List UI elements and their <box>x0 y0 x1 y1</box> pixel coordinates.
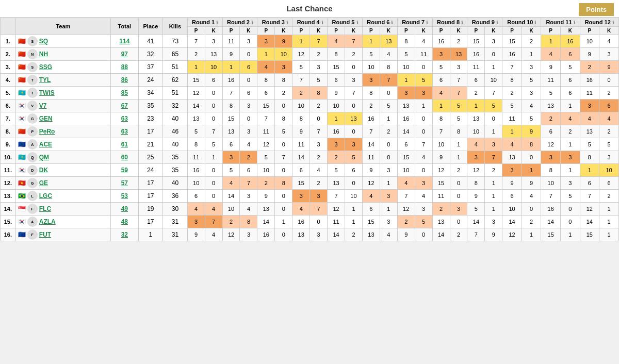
round-11-k-cell: 5 <box>560 61 580 74</box>
total-cell[interactable]: 60 <box>111 151 139 164</box>
total-cell[interactable]: 114 <box>111 35 139 48</box>
round-9-p-cell: 11 <box>467 61 485 74</box>
round-4-k-cell: 7 <box>310 203 328 216</box>
round-8-k-cell: 2 <box>450 35 467 48</box>
total-cell[interactable]: 67 <box>111 100 139 112</box>
round-8-header: Round 8 ℹ <box>432 18 467 27</box>
round-4-k-cell: 3 <box>310 138 328 151</box>
round-11-p-cell: 11 <box>541 74 561 87</box>
kills-cell: 31 <box>163 216 188 228</box>
round-11-p-cell: 9 <box>541 61 561 74</box>
round-5-p-cell: 4 <box>328 35 345 48</box>
round-9-k-cell: 2 <box>485 164 502 177</box>
round-11-p-cell: 15 <box>541 228 561 241</box>
round-8-p-cell: 4 <box>432 87 450 100</box>
round-2-k-header: K <box>240 27 257 35</box>
round-1-p-header: P <box>187 27 205 35</box>
kills-cell: 36 <box>163 190 188 203</box>
round-3-k-cell: 0 <box>275 190 292 203</box>
round-6-p-cell: 15 <box>362 216 380 228</box>
team-name[interactable]: PeRo <box>39 128 55 135</box>
team-cell: 🇨🇳 N NH <box>15 48 110 61</box>
team-cell: 🇻🇳 G GE <box>15 177 110 190</box>
team-name[interactable]: FUT <box>39 231 51 238</box>
round-7-k-cell: 0 <box>415 61 432 74</box>
team-flag: 🇰🇷 <box>18 218 26 225</box>
round-8-p-cell: 16 <box>432 35 450 48</box>
round-2-k-cell: 4 <box>240 203 257 216</box>
round-4-p-header: P <box>292 27 310 35</box>
team-name[interactable]: DK <box>39 167 48 174</box>
team-name[interactable]: GEN <box>39 115 53 122</box>
round-info-icon[interactable]: ℹ <box>426 20 428 25</box>
round-12-p-header: P <box>580 27 599 35</box>
total-cell[interactable]: 48 <box>111 216 139 228</box>
round-9-p-cell: 5 <box>467 203 485 216</box>
kills-cell: 30 <box>163 203 188 216</box>
place-cell: 37 <box>138 61 163 74</box>
team-name[interactable]: QM <box>39 154 49 161</box>
round-10-k-cell: 5 <box>522 74 541 87</box>
round-9-k-cell: 1 <box>485 125 502 138</box>
team-name[interactable]: SQ <box>39 38 48 45</box>
total-cell[interactable]: 86 <box>111 74 139 87</box>
team-name[interactable]: SSG <box>39 63 52 71</box>
round-1-p-cell: 10 <box>187 177 205 190</box>
total-cell[interactable]: 63 <box>111 125 139 138</box>
round-1-k-cell: 10 <box>205 61 222 74</box>
total-cell[interactable]: 85 <box>111 87 139 100</box>
round-6-k-header: K <box>380 27 397 35</box>
team-name[interactable]: TYL <box>39 76 51 84</box>
round-info-icon[interactable]: ℹ <box>496 20 498 25</box>
round-info-icon[interactable]: ℹ <box>321 20 323 25</box>
total-cell[interactable]: 61 <box>111 138 139 151</box>
round-1-k-cell: 1 <box>205 151 222 164</box>
round-3-p-cell: 15 <box>257 100 275 112</box>
round-7-p-cell: 15 <box>397 151 415 164</box>
place-cell: 17 <box>138 125 163 138</box>
round-8-p-cell: 7 <box>432 125 450 138</box>
round-8-p-cell: 6 <box>432 74 450 87</box>
round-info-icon[interactable]: ℹ <box>286 20 288 25</box>
round-info-icon[interactable]: ℹ <box>612 20 614 25</box>
team-name[interactable]: LGC <box>39 192 52 200</box>
round-6-k-cell: 3 <box>380 164 397 177</box>
points-button[interactable]: Points <box>579 3 614 16</box>
team-name[interactable]: V7 <box>39 102 47 109</box>
round-info-icon[interactable]: ℹ <box>574 20 575 25</box>
table-container: TeamTotalPlaceKillsRound 1 ℹRound 2 ℹRou… <box>0 18 619 241</box>
round-info-icon[interactable]: ℹ <box>216 20 218 25</box>
round-info-icon[interactable]: ℹ <box>534 20 536 25</box>
team-name[interactable]: GE <box>39 179 48 187</box>
team-logo: G <box>27 178 38 188</box>
total-cell[interactable]: 32 <box>111 228 139 241</box>
total-cell[interactable]: 49 <box>111 203 139 216</box>
rank-cell: 8. <box>1 125 16 138</box>
total-cell[interactable]: 59 <box>111 164 139 177</box>
round-info-icon[interactable]: ℹ <box>391 20 393 25</box>
round-info-icon[interactable]: ℹ <box>461 20 463 25</box>
team-name[interactable]: AZLA <box>39 218 56 225</box>
total-cell[interactable]: 63 <box>111 112 139 125</box>
total-cell[interactable]: 88 <box>111 61 139 74</box>
rank-cell: 16. <box>1 228 16 241</box>
round-2-k-cell: 0 <box>240 112 257 125</box>
team-flag: 🇧🇷 <box>18 192 26 200</box>
team-name[interactable]: TWIS <box>39 89 55 96</box>
round-4-p-cell: 13 <box>292 228 310 241</box>
total-cell[interactable]: 53 <box>111 190 139 203</box>
round-info-icon[interactable]: ℹ <box>251 20 253 25</box>
team-name[interactable]: FLC <box>39 205 51 212</box>
total-cell[interactable]: 97 <box>111 48 139 61</box>
round-4-k-cell: 2 <box>310 151 328 164</box>
team-name[interactable]: ACE <box>39 141 52 148</box>
kills-cell: 62 <box>163 74 188 87</box>
round-12-p-cell: 14 <box>580 216 599 228</box>
total-cell[interactable]: 57 <box>111 177 139 190</box>
round-1-p-cell: 11 <box>187 151 205 164</box>
team-name[interactable]: NH <box>39 51 48 58</box>
round-info-icon[interactable]: ℹ <box>356 20 358 25</box>
round-10-k-cell: 5 <box>522 112 541 125</box>
rank-cell: 6. <box>1 100 16 112</box>
round-3-k-cell: 0 <box>275 203 292 216</box>
